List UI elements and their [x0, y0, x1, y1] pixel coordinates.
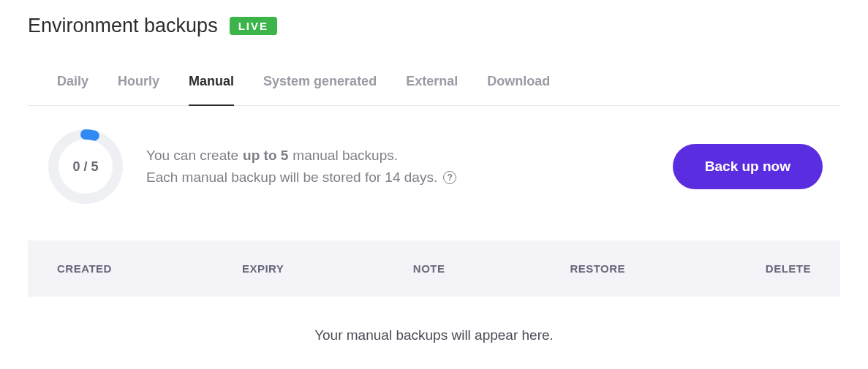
info-line2: Each manual backup will be stored for 14… [146, 167, 437, 189]
backup-now-button[interactable]: Back up now [673, 144, 823, 189]
info-line1a: You can create [146, 145, 238, 167]
col-restore: RESTORE [540, 262, 683, 275]
empty-state-message: Your manual backups will appear here. [28, 297, 840, 358]
col-created: CREATED [57, 262, 242, 275]
help-icon[interactable]: ? [443, 171, 456, 184]
info-line1c: manual backups. [293, 145, 398, 167]
page-title: Environment backups [28, 15, 218, 37]
table-header-row: CREATED EXPIRY NOTE RESTORE DELETE [28, 240, 840, 297]
usage-gauge: 0 / 5 [45, 126, 126, 207]
tab-download[interactable]: Download [487, 74, 550, 105]
status-badge: LIVE [230, 17, 277, 35]
tab-system-generated[interactable]: System generated [263, 74, 377, 105]
tab-hourly[interactable]: Hourly [118, 74, 159, 105]
gauge-label: 0 / 5 [45, 126, 126, 207]
tab-manual[interactable]: Manual [189, 74, 234, 105]
col-expiry: EXPIRY [242, 262, 399, 275]
info-line1b: up to 5 [243, 145, 288, 167]
tab-daily[interactable]: Daily [57, 74, 88, 105]
col-note: NOTE [399, 262, 541, 275]
tabs: Daily Hourly Manual System generated Ext… [28, 74, 840, 106]
tab-external[interactable]: External [406, 74, 458, 105]
page-header: Environment backups LIVE [28, 15, 840, 37]
info-row: 0 / 5 You can create up to 5 manual back… [28, 106, 840, 214]
info-text: You can create up to 5 manual backups. E… [146, 145, 652, 189]
col-delete: DELETE [683, 262, 811, 275]
backups-table: CREATED EXPIRY NOTE RESTORE DELETE Your … [28, 240, 840, 358]
